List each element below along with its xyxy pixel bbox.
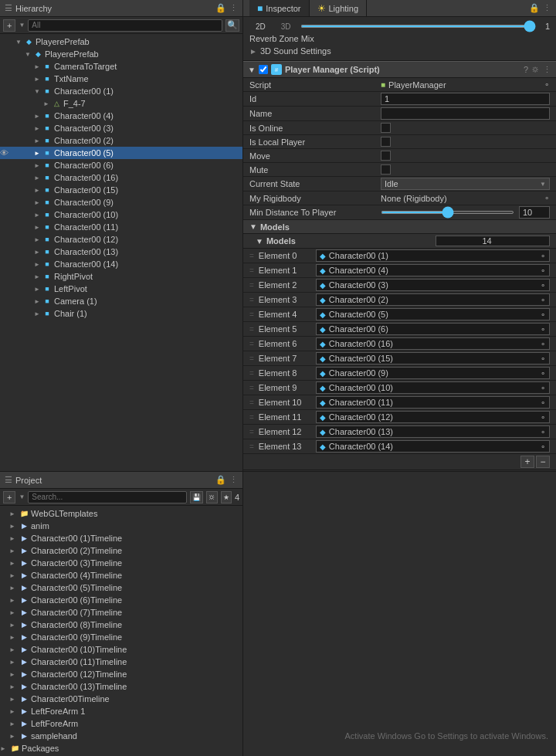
element-drag-handle[interactable]: = [249, 266, 254, 275]
project-expand-arrow[interactable]: ► [9, 708, 19, 715]
element-drag-handle[interactable]: = [249, 325, 254, 334]
hierarchy-item-character00-11[interactable]: ►■Character00 (11) [0, 221, 242, 233]
component-more-icon[interactable]: ⋮ [543, 65, 551, 75]
tree-expand-arrow[interactable]: ► [32, 136, 42, 145]
hierarchy-item-playereprefab-root[interactable]: ▼◆PlayerePrefab [0, 36, 242, 48]
models-count[interactable] [436, 236, 550, 246]
tab-inspector[interactable]: ■ Inspector [249, 0, 310, 16]
element-ref-select[interactable]: ⚬ [540, 428, 546, 436]
hierarchy-more-icon[interactable]: ⋮ [229, 3, 238, 13]
project-search-input[interactable] [28, 491, 187, 503]
tree-expand-arrow[interactable]: ▼ [14, 37, 23, 46]
hierarchy-item-character00-12[interactable]: ►■Character00 (12) [0, 233, 242, 246]
tree-expand-arrow[interactable]: ► [42, 99, 51, 108]
tree-expand-arrow[interactable]: ► [32, 235, 42, 244]
hierarchy-item-character00-14[interactable]: ►■Character00 (14) [0, 258, 242, 270]
hierarchy-item-camera-1[interactable]: ►■Camera (1) [0, 295, 242, 307]
tree-expand-arrow[interactable]: ► [32, 161, 42, 170]
hierarchy-add-button[interactable]: + [3, 19, 15, 32]
models-arrow[interactable]: ▼ [249, 222, 257, 231]
project-expand-arrow[interactable]: ► [9, 560, 19, 567]
tree-expand-arrow[interactable]: ► [32, 198, 42, 207]
project-expand-arrow[interactable]: ► [9, 572, 19, 579]
project-expand-arrow[interactable]: ► [9, 671, 19, 678]
project-item-character00-3-timeline[interactable]: ► ▶ Character00 (3)Timeline [0, 557, 242, 569]
hierarchy-item-character00-5[interactable]: 👁►■Character00 (5) [0, 147, 242, 159]
element-ref-select[interactable]: ⚬ [540, 384, 546, 392]
project-expand-arrow[interactable]: ► [9, 634, 19, 641]
name-input[interactable] [381, 107, 550, 120]
element-drag-handle[interactable]: = [249, 281, 254, 290]
hierarchy-item-character00-6[interactable]: ►■Character00 (6) [0, 159, 242, 171]
tree-expand-arrow[interactable]: ► [32, 173, 42, 182]
hierarchy-item-leftpivot[interactable]: ►■LeftPivot [0, 283, 242, 295]
tree-expand-arrow[interactable]: ► [32, 284, 42, 293]
project-item-character00-11-timeline[interactable]: ► ▶ Character00 (11)Timeline [0, 656, 242, 668]
min-distance-input[interactable] [519, 206, 550, 219]
hierarchy-item-character00-16[interactable]: ►■Character00 (16) [0, 171, 242, 184]
project-expand-arrow[interactable]: ► [9, 696, 19, 703]
element-drag-handle[interactable]: = [249, 369, 254, 378]
project-item-character00-2-timeline[interactable]: ► ▶ Character00 (2)Timeline [0, 544, 242, 557]
tree-expand-arrow[interactable]: ▼ [32, 86, 42, 96]
min-distance-slider[interactable] [381, 211, 514, 214]
project-expand-arrow[interactable]: ► [0, 745, 9, 752]
project-expand-arrow[interactable]: ► [9, 683, 19, 690]
models-sub-arrow[interactable]: ▼ [256, 237, 263, 246]
element-drag-handle[interactable]: = [249, 413, 254, 422]
hierarchy-item-chair-1[interactable]: ►■Chair (1) [0, 307, 242, 320]
project-expand-arrow[interactable]: ► [9, 523, 19, 530]
element-ref-select[interactable]: ⚬ [540, 442, 546, 451]
id-input[interactable] [381, 93, 550, 105]
hierarchy-item-character00-1[interactable]: ▼■Character00 (1) [0, 85, 242, 97]
project-lock-icon[interactable]: 🔒 [215, 475, 226, 485]
tree-expand-arrow[interactable]: ► [32, 210, 42, 219]
is-online-checkbox[interactable] [381, 123, 391, 133]
element-drag-handle[interactable]: = [249, 310, 254, 319]
element-drag-handle[interactable]: = [249, 384, 254, 392]
tree-expand-arrow[interactable]: ► [32, 222, 42, 232]
hierarchy-search-options-button[interactable]: 🔍 [225, 19, 239, 32]
element-ref-select[interactable]: ⚬ [540, 281, 546, 290]
element-drag-handle[interactable]: = [249, 354, 254, 363]
hierarchy-item-f_4-7[interactable]: ►△F_4-7 [0, 97, 242, 110]
project-item-character00-10-timeline[interactable]: ► ▶ Character00 (10)Timeline [0, 643, 242, 656]
project-item-character00-6-timeline[interactable]: ► ▶ Character00 (6)Timeline [0, 594, 242, 606]
project-expand-arrow[interactable]: ► [9, 733, 19, 740]
tree-expand-arrow[interactable]: ► [32, 309, 42, 318]
element-ref-select[interactable]: ⚬ [540, 340, 546, 348]
project-star-button[interactable]: ★ [221, 491, 232, 503]
tree-expand-arrow[interactable]: ► [32, 74, 42, 83]
component-settings-icon[interactable]: ⛭ [531, 65, 540, 75]
is-local-player-checkbox[interactable] [381, 137, 391, 147]
project-expand-arrow[interactable]: ► [9, 720, 19, 727]
tree-expand-arrow[interactable]: ► [32, 247, 42, 256]
element-drag-handle[interactable]: = [249, 442, 254, 451]
hierarchy-item-txtname[interactable]: ►■TxtName [0, 73, 242, 85]
element-ref-select[interactable]: ⚬ [540, 266, 546, 275]
project-add-button[interactable]: + [3, 491, 15, 503]
project-expand-arrow[interactable]: ► [9, 597, 19, 604]
hierarchy-item-character00-4[interactable]: ►■Character00 (4) [0, 110, 242, 122]
component-enabled-checkbox[interactable] [259, 65, 268, 74]
tree-expand-arrow[interactable]: ► [32, 111, 42, 120]
models-add-button[interactable]: + [520, 456, 534, 468]
hierarchy-item-character00-2[interactable]: ►■Character00 (2) [0, 134, 242, 147]
component-expand-arrow[interactable]: ▼ [248, 66, 256, 74]
element-ref-select[interactable]: ⚬ [540, 369, 546, 378]
project-expand-arrow[interactable]: ► [9, 548, 19, 554]
tab-lighting[interactable]: ☀ Lighting [310, 0, 368, 16]
hierarchy-item-playereprefab[interactable]: ▼◆PlayerePrefab [0, 48, 242, 60]
project-options-button[interactable]: ⛭ [206, 491, 218, 503]
hierarchy-item-character00-3[interactable]: ►■Character00 (3) [0, 122, 242, 134]
project-expand-arrow[interactable]: ► [9, 585, 19, 592]
project-expand-arrow[interactable]: ► [9, 510, 19, 517]
hierarchy-item-cameratotarget[interactable]: ►■CameraToTarget [0, 60, 242, 73]
element-ref-select[interactable]: ⚬ [540, 413, 546, 422]
tree-expand-arrow[interactable]: ► [32, 259, 42, 269]
element-ref-select[interactable]: ⚬ [540, 354, 546, 363]
project-item-leftforearm-1[interactable]: ► ▶ LeftForeArm 1 [0, 705, 242, 717]
hierarchy-item-rightpivot[interactable]: ►■RightPivot [0, 270, 242, 283]
project-item-character00-12-timeline[interactable]: ► ▶ Character00 (12)Timeline [0, 668, 242, 680]
tree-expand-arrow[interactable]: ► [32, 297, 42, 306]
